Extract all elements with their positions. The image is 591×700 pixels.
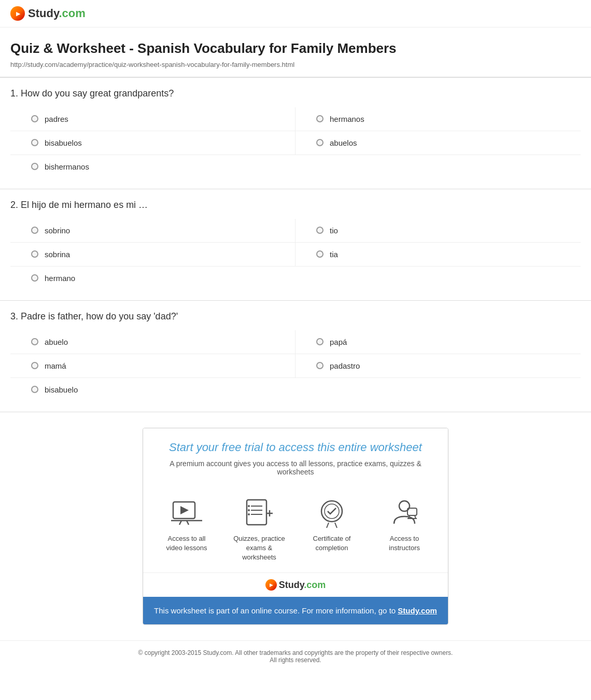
list-item[interactable]: padres [10, 107, 295, 131]
svg-line-17 [335, 523, 337, 528]
question-1-section: 1. How do you say great grandparents? pa… [0, 78, 591, 189]
list-item[interactable]: padastro [295, 354, 581, 377]
page-title: Quiz & Worksheet - Spanish Vocabulary fo… [10, 40, 581, 58]
promo-cta-text: This worksheet is part of an online cour… [154, 606, 398, 615]
radio-button[interactable] [31, 274, 38, 282]
radio-button[interactable] [31, 362, 38, 369]
question-2-options: sobrino tio sobrina tia hermano [10, 219, 581, 290]
svg-point-15 [325, 504, 339, 519]
title-area: Quiz & Worksheet - Spanish Vocabulary fo… [0, 27, 591, 78]
list-item[interactable]: sobrina [10, 242, 295, 266]
option-label: sobrino [45, 226, 70, 235]
promo-section: Start your free trial to access this ent… [0, 412, 591, 641]
radio-button[interactable] [31, 386, 38, 393]
svg-marker-1 [180, 506, 189, 514]
list-item[interactable]: hermanos [295, 107, 581, 131]
svg-line-16 [327, 523, 329, 528]
feature-instructors-label: Access toinstructors [389, 534, 420, 553]
radio-button[interactable] [31, 338, 38, 345]
radio-button[interactable] [316, 139, 323, 146]
feature-quizzes-label: Quizzes, practiceexams & worksheets [231, 534, 288, 563]
promo-title: Start your free trial to access this ent… [159, 441, 432, 454]
radio-button[interactable] [316, 338, 323, 345]
logo-text: Study.com [28, 7, 86, 20]
promo-header: Start your free trial to access this ent… [143, 428, 448, 493]
option-label: abuelo [45, 338, 68, 346]
radio-button[interactable] [31, 115, 38, 122]
list-item[interactable]: abuelo [10, 330, 295, 354]
radio-button[interactable] [316, 115, 323, 122]
quizzes-icon [244, 498, 275, 529]
promo-features: Access to allvideo lessons Quizzes, prac… [143, 493, 448, 573]
option-label: tio [330, 226, 338, 235]
question-2-section: 2. El hijo de mi hermano es mi … sobrino… [0, 189, 591, 301]
option-label: padastro [330, 361, 360, 370]
list-item[interactable]: hermano [10, 266, 581, 290]
option-label: bisabuelos [45, 138, 82, 147]
option-label: sobrina [45, 250, 70, 259]
list-item[interactable]: abuelos [295, 131, 581, 155]
radio-button[interactable] [31, 227, 38, 234]
certificate-icon [316, 498, 347, 529]
option-label: padres [45, 115, 68, 123]
radio-button[interactable] [31, 163, 38, 170]
feature-certificate: Certificate ofcompletion [303, 498, 360, 563]
promo-cta-bar: This worksheet is part of an online cour… [143, 597, 448, 624]
logo-container: Study.com [10, 6, 581, 21]
promo-box: Start your free trial to access this ent… [143, 428, 448, 625]
svg-point-10 [248, 509, 250, 511]
list-item[interactable]: bishermanos [10, 155, 581, 178]
option-label: bishermanos [45, 162, 89, 171]
feature-video-label: Access to allvideo lessons [166, 534, 207, 553]
feature-video: Access to allvideo lessons [158, 498, 215, 563]
option-label: hermanos [330, 115, 364, 123]
list-item[interactable]: bisabuelos [10, 131, 295, 155]
radio-button[interactable] [316, 227, 323, 234]
list-item[interactable]: sobrino [10, 219, 295, 242]
feature-instructors: Access toinstructors [376, 498, 433, 563]
option-label: tia [330, 250, 338, 259]
footer-line1: © copyright 2003-2015 Study.com. All oth… [10, 649, 581, 656]
video-lessons-icon [171, 498, 202, 529]
question-1-options: padres hermanos bisabuelos abuelos bishe… [10, 107, 581, 178]
footer-line2: All rights reserved. [10, 656, 581, 664]
radio-button[interactable] [31, 250, 38, 258]
option-label: hermano [45, 274, 75, 283]
footer: © copyright 2003-2015 Study.com. All oth… [0, 640, 591, 672]
option-label: papá [330, 338, 347, 346]
svg-point-9 [248, 505, 250, 507]
promo-logo: Study.com [265, 579, 326, 591]
promo-logo-text: Study.com [279, 580, 326, 591]
option-label: abuelos [330, 138, 357, 147]
svg-rect-5 [247, 500, 266, 525]
list-item[interactable]: bisabuelo [10, 377, 581, 401]
question-3-section: 3. Padre is father, how do you say 'dad?… [0, 301, 591, 412]
radio-button[interactable] [316, 362, 323, 369]
feature-certificate-label: Certificate ofcompletion [313, 534, 351, 553]
question-2-text: 2. El hijo de mi hermano es mi … [10, 200, 581, 211]
option-label: bisabuelo [45, 385, 78, 394]
instructors-icon [389, 498, 420, 529]
header: Study.com [0, 0, 591, 27]
list-item[interactable]: tio [295, 219, 581, 242]
question-3-text: 3. Padre is father, how do you say 'dad?… [10, 311, 581, 322]
list-item[interactable]: mamá [10, 354, 295, 377]
promo-subtitle: A premium account gives you access to al… [159, 459, 432, 476]
promo-cta-link[interactable]: Study.com [398, 606, 437, 615]
logo-icon [10, 6, 25, 21]
svg-point-11 [248, 513, 250, 515]
list-item[interactable]: papá [295, 330, 581, 354]
promo-logo-area: Study.com [143, 572, 448, 597]
feature-quizzes: Quizzes, practiceexams & worksheets [231, 498, 288, 563]
option-label: mamá [45, 361, 66, 370]
radio-button[interactable] [31, 139, 38, 146]
question-3-options: abuelo papá mamá padastro bisabuelo [10, 330, 581, 401]
radio-button[interactable] [316, 250, 323, 258]
list-item[interactable]: tia [295, 242, 581, 266]
question-1-text: 1. How do you say great grandparents? [10, 88, 581, 99]
page-url: http://study.com/academy/practice/quiz-w… [10, 61, 581, 68]
promo-logo-icon [265, 579, 277, 591]
